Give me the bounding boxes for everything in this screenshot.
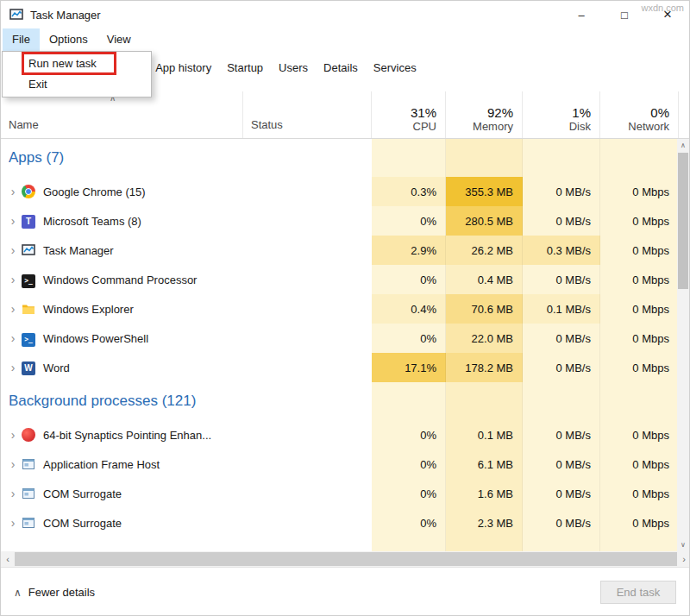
process-row-windows-explorer[interactable]: › Windows Explorer 0.4%70.6 MB0.1 MB/s0 … bbox=[1, 294, 679, 324]
vertical-scrollbar-thumb[interactable] bbox=[678, 153, 688, 289]
fewer-details-chevron-icon: ∧ bbox=[14, 587, 22, 599]
scroll-down-icon[interactable]: ∨ bbox=[677, 538, 689, 551]
expand-chevron-icon[interactable]: › bbox=[4, 214, 22, 228]
process-name: Windows PowerShell bbox=[43, 332, 148, 345]
expand-chevron-icon[interactable]: › bbox=[4, 331, 22, 345]
memory-value-cell: 2.3 MB bbox=[446, 508, 523, 537]
expand-chevron-icon[interactable]: › bbox=[4, 185, 22, 198]
end-task-button[interactable]: End task bbox=[600, 581, 676, 604]
memory-value-cell: 70.6 MB bbox=[446, 294, 523, 324]
expand-chevron-icon[interactable]: › bbox=[4, 273, 22, 286]
expand-chevron-icon[interactable]: › bbox=[4, 302, 22, 316]
process-row-application-frame-host[interactable]: › Application Frame Host 0%6.1 MB0 MB/s0… bbox=[1, 449, 679, 479]
scroll-up-icon[interactable]: ∧ bbox=[677, 139, 689, 152]
process-name-cell: › Windows Explorer bbox=[1, 294, 243, 324]
cpu-value-cell: 0% bbox=[372, 420, 446, 449]
window-title: Task Manager bbox=[30, 9, 101, 22]
menubar-item-view[interactable]: View bbox=[97, 28, 141, 51]
disk-label: Disk bbox=[569, 120, 591, 133]
expand-chevron-icon[interactable]: › bbox=[4, 428, 22, 442]
filler-row bbox=[1, 537, 679, 551]
network-value-cell: 0 Mbps bbox=[600, 294, 679, 324]
expand-chevron-icon[interactable]: › bbox=[4, 457, 22, 471]
process-name: Application Frame Host bbox=[43, 458, 160, 471]
status-cell bbox=[243, 294, 372, 324]
network-value-cell: 0 Mbps bbox=[600, 324, 679, 353]
column-header-name[interactable]: Name bbox=[1, 91, 243, 138]
horizontal-scrollbar[interactable]: ‹ › bbox=[1, 551, 690, 567]
status-cell bbox=[243, 382, 372, 420]
network-value-cell: 0 Mbps bbox=[600, 236, 679, 265]
fewer-details-label: Fewer details bbox=[28, 586, 95, 599]
menu-item-exit[interactable]: Exit bbox=[3, 74, 151, 95]
expand-chevron-icon[interactable]: › bbox=[4, 243, 22, 257]
group-name-cell: Apps (7) bbox=[1, 139, 243, 177]
word-icon: W bbox=[22, 361, 35, 374]
tab-startup[interactable]: Startup bbox=[225, 59, 265, 91]
footer-bar: ∧ Fewer details End task bbox=[1, 567, 689, 616]
process-row-windows-command-processor[interactable]: › >_ Windows Command Processor 0%0.4 MB0… bbox=[1, 265, 679, 294]
memory-value-cell: 178.2 MB bbox=[446, 353, 523, 382]
tab-services[interactable]: Services bbox=[372, 59, 418, 91]
vertical-scrollbar[interactable]: ∧ ∨ bbox=[677, 139, 689, 551]
scroll-left-icon[interactable]: ‹ bbox=[1, 554, 15, 564]
network-value-cell: 0 Mbps bbox=[600, 265, 679, 294]
memory-value-cell bbox=[446, 537, 523, 551]
process-row-microsoft-teams-8[interactable]: › T Microsoft Teams (8) 0%280.5 MB0 MB/s… bbox=[1, 206, 679, 236]
menubar-item-options[interactable]: Options bbox=[40, 28, 97, 51]
cpu-value-cell bbox=[372, 139, 446, 177]
column-header-status[interactable]: Status bbox=[243, 91, 372, 138]
synaptics-icon bbox=[22, 428, 35, 442]
column-header-network[interactable]: 0% Network bbox=[600, 91, 679, 138]
menubar-item-file[interactable]: File bbox=[3, 28, 40, 51]
process-row-windows-powershell[interactable]: › >_ Windows PowerShell 0%22.0 MB0 MB/s0… bbox=[1, 324, 679, 353]
cpu-value-cell: 0% bbox=[372, 479, 446, 508]
process-row-com-surrogate[interactable]: › COM Surrogate 0%2.3 MB0 MB/s0 Mbps bbox=[1, 508, 679, 537]
network-value-cell: 0 Mbps bbox=[600, 449, 679, 479]
process-name: Windows Command Processor bbox=[43, 273, 197, 286]
group-row-apps-7[interactable]: Apps (7) bbox=[1, 139, 679, 177]
tab-app-history[interactable]: App history bbox=[154, 59, 213, 91]
disk-value-cell bbox=[523, 537, 600, 551]
cpu-value-cell: 0% bbox=[372, 508, 446, 537]
tab-users[interactable]: Users bbox=[277, 59, 310, 91]
process-name-cell: › Task Manager bbox=[1, 236, 243, 265]
explorer-icon bbox=[22, 302, 35, 316]
network-value-cell: 0 Mbps bbox=[600, 353, 679, 382]
cpu-value-cell: 2.9% bbox=[372, 236, 446, 265]
disk-value-cell: 0 MB/s bbox=[523, 353, 600, 382]
expand-chevron-icon[interactable]: › bbox=[4, 516, 22, 530]
maximize-button[interactable]: □ bbox=[603, 1, 646, 28]
expand-chevron-icon[interactable]: › bbox=[4, 487, 22, 500]
horizontal-scrollbar-thumb[interactable] bbox=[15, 552, 677, 566]
column-header-memory[interactable]: 92% Memory bbox=[446, 91, 523, 138]
column-header-cpu[interactable]: 31% CPU bbox=[372, 91, 446, 138]
status-cell bbox=[243, 324, 372, 353]
fewer-details-toggle[interactable]: ∧ Fewer details bbox=[14, 586, 95, 599]
tab-details[interactable]: Details bbox=[322, 59, 360, 91]
status-cell bbox=[243, 353, 372, 382]
network-value-cell: 0 Mbps bbox=[600, 508, 679, 537]
minimize-button[interactable]: – bbox=[560, 1, 603, 28]
appwindow-icon bbox=[22, 457, 35, 471]
status-cell bbox=[243, 479, 372, 508]
cpu-value-cell: 0% bbox=[372, 206, 446, 236]
status-cell bbox=[243, 236, 372, 265]
cpu-value-cell: 0.3% bbox=[372, 177, 446, 206]
process-row-64-bit-synaptics-pointing-enhan[interactable]: › 64-bit Synaptics Pointing Enhan... 0%0… bbox=[1, 420, 679, 449]
process-row-task-manager[interactable]: › Task Manager 2.9%26.2 MB0.3 MB/s0 Mbps bbox=[1, 236, 679, 265]
menu-item-run-new-task[interactable]: Run new task bbox=[3, 53, 151, 74]
column-header-disk[interactable]: 1% Disk bbox=[523, 91, 600, 138]
cpu-total-percent: 31% bbox=[411, 105, 436, 120]
group-row-background-processes-121[interactable]: Background processes (121) bbox=[1, 382, 679, 420]
process-row-word[interactable]: › W Word 17.1%178.2 MB0 MB/s0 Mbps bbox=[1, 353, 679, 382]
process-name: Microsoft Teams (8) bbox=[43, 215, 141, 228]
scroll-right-icon[interactable]: › bbox=[677, 554, 690, 564]
cpu-value-cell: 17.1% bbox=[372, 353, 446, 382]
process-row-google-chrome-15[interactable]: › Google Chrome (15) 0.3%355.3 MB0 MB/s0… bbox=[1, 177, 679, 206]
expand-chevron-icon[interactable]: › bbox=[4, 361, 22, 374]
process-name: Task Manager bbox=[43, 244, 114, 257]
group-label: Apps (7) bbox=[1, 149, 64, 167]
memory-value-cell: 26.2 MB bbox=[446, 236, 523, 265]
process-row-com-surrogate[interactable]: › COM Surrogate 0%1.6 MB0 MB/s0 Mbps bbox=[1, 479, 679, 508]
